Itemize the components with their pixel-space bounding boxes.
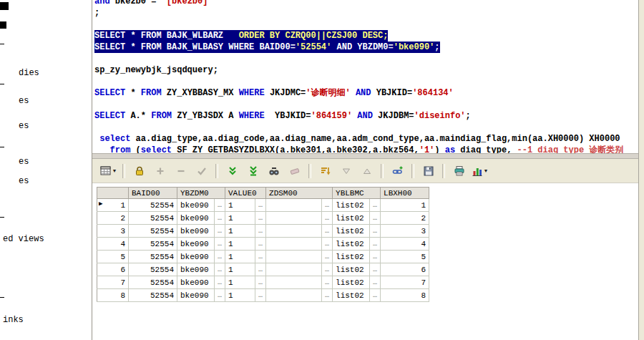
filter-ascending-button[interactable] — [357, 162, 376, 180]
row-number-cell[interactable]: 2 — [97, 212, 129, 225]
sort-button[interactable] — [316, 162, 335, 180]
cell-expand-button[interactable]: … — [370, 199, 381, 212]
cell-lbxh00[interactable]: 7 — [381, 276, 429, 289]
cell-baid00[interactable]: 52554 — [129, 289, 177, 302]
cell-ybzdm0[interactable]: bke090 — [177, 251, 215, 263]
cell-zdsm00[interactable] — [266, 263, 322, 276]
cell-expand-button[interactable]: … — [322, 289, 333, 302]
cell-yblbmc[interactable]: list02 — [333, 212, 370, 225]
editor-line[interactable]: from (select SF_ZY_GETBASYZDLBXX(a.bke30… — [94, 145, 638, 153]
editor-line[interactable]: sp_zy_newybjk_jsqdquery; — [94, 64, 638, 76]
cell-expand-button[interactable]: … — [255, 251, 266, 263]
editor-results-splitter[interactable] — [92, 153, 638, 159]
editor-line[interactable]: select aa.diag_type,aa.diag_code,aa.diag… — [94, 133, 638, 145]
cell-zdsm00[interactable] — [266, 251, 322, 263]
cell-baid00[interactable]: 52554 — [129, 251, 177, 263]
print-button[interactable] — [449, 162, 469, 180]
delete-record-button[interactable] — [171, 162, 190, 180]
cell-expand-button[interactable]: … — [255, 238, 266, 251]
cell-expand-button[interactable]: … — [215, 238, 225, 251]
editor-line[interactable]: ; — [94, 7, 638, 19]
column-header-ybzdm0[interactable]: YBZDM0 — [177, 188, 225, 199]
cell-expand-button[interactable]: … — [215, 289, 225, 302]
fetch-last-page-button[interactable] — [243, 162, 263, 180]
lock-record-button[interactable] — [130, 162, 149, 180]
tree-item-database-links[interactable]: inks — [3, 315, 24, 325]
row-number-cell[interactable]: 5 — [97, 251, 129, 263]
cell-expand-button[interactable]: … — [255, 212, 266, 225]
cell-zdsm00[interactable] — [266, 199, 322, 212]
cell-baid00[interactable]: 52554 — [129, 225, 177, 238]
cell-expand-button[interactable]: … — [255, 225, 266, 238]
cell-lbxh00[interactable]: 1 — [381, 199, 429, 212]
cell-yblbmc[interactable]: list02 — [333, 289, 370, 302]
cell-value0[interactable]: 1 — [225, 289, 255, 302]
cell-ybzdm0[interactable]: bke090 — [177, 212, 215, 225]
editor-line[interactable]: SELECT A.* FROM ZY_YBJSDX A WHERE YBJKID… — [94, 110, 638, 122]
editor-line[interactable] — [94, 19, 638, 30]
cell-expand-button[interactable]: … — [255, 276, 266, 289]
cell-expand-button[interactable]: … — [215, 225, 225, 238]
cell-expand-button[interactable]: … — [255, 289, 266, 302]
cell-zdsm00[interactable] — [266, 212, 322, 225]
cell-zdsm00[interactable] — [266, 225, 322, 238]
row-number-cell[interactable]: ▶1 — [97, 199, 129, 212]
row-number-cell[interactable]: 4 — [97, 238, 129, 251]
cell-lbxh00[interactable]: 6 — [381, 263, 429, 276]
tree-item-bodies[interactable]: dies — [19, 68, 39, 78]
cell-yblbmc[interactable]: list02 — [333, 263, 370, 276]
cell-expand-button[interactable]: … — [215, 276, 225, 289]
cell-expand-button[interactable]: … — [370, 225, 381, 238]
vertical-scrollbar[interactable] — [638, 0, 644, 340]
cell-lbxh00[interactable]: 4 — [381, 238, 429, 251]
tree-item[interactable]: es — [19, 176, 29, 186]
tree-item-materialized-views[interactable]: ed views — [3, 234, 44, 244]
cell-expand-button[interactable]: … — [215, 251, 225, 263]
editor-line[interactable] — [94, 53, 638, 64]
cell-lbxh00[interactable]: 8 — [381, 289, 429, 302]
linked-query-button[interactable] — [388, 162, 407, 180]
cell-lbxh00[interactable]: 5 — [381, 251, 429, 263]
cell-baid00[interactable]: 52554 — [129, 212, 177, 225]
column-header-yblbmc[interactable]: YBLBMC — [333, 188, 381, 199]
clear-results-button[interactable] — [285, 162, 304, 180]
cell-expand-button[interactable]: … — [215, 212, 225, 225]
tree-item[interactable]: es — [19, 96, 29, 106]
cell-expand-button[interactable]: … — [322, 199, 333, 212]
cell-baid00[interactable]: 52554 — [129, 238, 177, 251]
cell-expand-button[interactable]: … — [322, 225, 333, 238]
editor-line[interactable]: SELECT * FROM BAJK_WLBASY WHERE BAID00='… — [94, 42, 638, 53]
cell-baid00[interactable]: 52554 — [129, 199, 177, 212]
cell-ybzdm0[interactable]: bke090 — [177, 276, 215, 289]
cell-ybzdm0[interactable]: bke090 — [177, 199, 215, 212]
sql-editor[interactable]: and bke2b0 = '[bke2b0]';SELECT * FROM BA… — [92, 0, 638, 153]
cell-zdsm00[interactable] — [266, 276, 322, 289]
cell-ybzdm0[interactable]: bke090 — [177, 238, 215, 251]
cell-expand-button[interactable]: … — [322, 238, 333, 251]
tree-item[interactable]: es — [19, 157, 29, 167]
cell-lbxh00[interactable]: 2 — [381, 212, 429, 225]
post-changes-button[interactable] — [192, 162, 211, 180]
cell-expand-button[interactable]: … — [322, 251, 333, 263]
row-number-cell[interactable]: 6 — [97, 263, 129, 276]
cell-baid00[interactable]: 52554 — [129, 276, 177, 289]
row-number-cell[interactable]: 7 — [97, 276, 129, 289]
cell-expand-button[interactable]: … — [370, 238, 381, 251]
cell-expand-button[interactable]: … — [370, 276, 381, 289]
cell-ybzdm0[interactable]: bke090 — [177, 289, 215, 302]
chart-button[interactable]: ▼ — [470, 162, 489, 180]
cell-yblbmc[interactable]: list02 — [333, 238, 370, 251]
insert-record-button[interactable] — [150, 162, 170, 180]
editor-line[interactable]: SELECT * FROM ZY_XYBBASY_MX WHERE JKJDMC… — [94, 87, 638, 99]
cell-expand-button[interactable]: … — [215, 263, 225, 276]
cell-expand-button[interactable]: … — [215, 199, 225, 212]
editor-line[interactable] — [94, 122, 638, 133]
row-number-cell[interactable]: 3 — [97, 225, 129, 238]
cell-expand-button[interactable]: … — [370, 289, 381, 302]
cell-ybzdm0[interactable]: bke090 — [177, 263, 215, 276]
cell-baid00[interactable]: 52554 — [129, 263, 177, 276]
fetch-next-page-button[interactable] — [223, 162, 242, 180]
editor-line[interactable] — [94, 76, 638, 87]
cell-expand-button[interactable]: … — [370, 212, 381, 225]
cell-expand-button[interactable]: … — [370, 251, 381, 263]
